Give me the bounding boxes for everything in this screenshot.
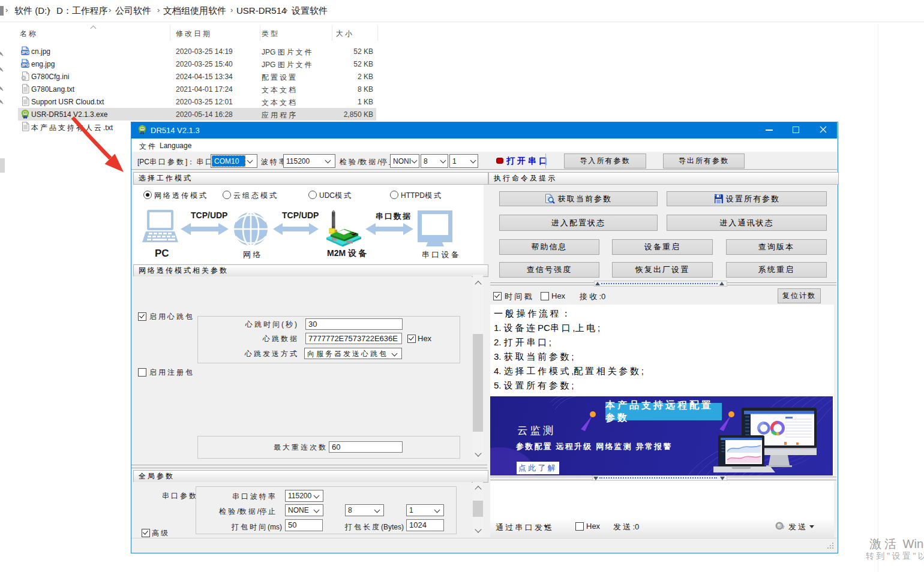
svg-text:JPG: JPG: [21, 50, 29, 55]
svg-text:JPG: JPG: [21, 63, 29, 67]
